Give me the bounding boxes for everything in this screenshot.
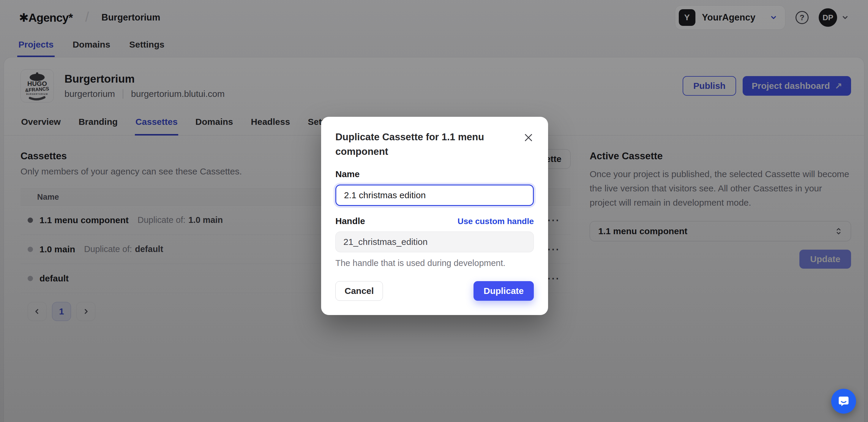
use-custom-handle-link[interactable]: Use custom handle [458,217,534,226]
handle-field-group: Handle Use custom handle The handle that… [335,216,534,268]
handle-input [335,232,534,252]
duplicate-cassette-modal: Duplicate Cassette for 1.1 menu componen… [321,117,548,315]
name-field-group: Name [335,169,534,206]
name-label: Name [335,169,534,179]
chat-launcher-button[interactable] [831,389,856,414]
modal-footer: Cancel Duplicate [335,281,534,301]
modal-header: Duplicate Cassette for 1.1 menu componen… [335,130,534,159]
handle-help-text: The handle that is used during developme… [335,258,534,268]
duplicate-button[interactable]: Duplicate [473,281,534,301]
modal-title: Duplicate Cassette for 1.1 menu componen… [335,130,508,159]
name-input[interactable] [335,185,534,206]
handle-field-header: Handle Use custom handle [335,216,534,226]
cancel-button[interactable]: Cancel [335,281,383,301]
close-icon[interactable] [523,132,534,144]
handle-label: Handle [335,216,365,226]
chat-icon [837,395,850,408]
